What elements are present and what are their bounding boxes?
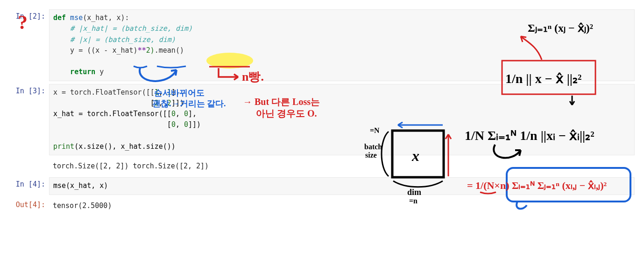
e: ]]) — [188, 120, 201, 129]
fn-mse: mse — [66, 14, 83, 22]
cell-out-3: torch.Size([2, 2]) torch.Size([2, 2]) — [14, 158, 635, 174]
cell-in-2: In [2]: def mse(x_hat, x): # |x_hat| = (… — [14, 9, 635, 81]
kw-return: return — [53, 68, 95, 76]
comment-1: # |x_hat| = (batch_size, dim) — [53, 24, 192, 33]
pow-op: ** — [138, 46, 146, 55]
c: , — [176, 120, 184, 129]
c3l1a: x = torch.FloatTensor([[ — [53, 88, 155, 97]
n: 0 — [184, 120, 188, 129]
c3l4a: [ — [53, 120, 171, 129]
code-area-3[interactable]: x = torch.FloatTensor([[1, 1], [2, 2]]) … — [49, 84, 635, 156]
ret-y: y — [95, 68, 104, 76]
args: (x.size(), x_hat.size()) — [74, 142, 176, 151]
e: ]]) — [171, 99, 184, 107]
prompt-in-4: In [4]: — [14, 177, 49, 195]
prompt-out-4: Out[4]: — [14, 198, 49, 214]
n: 1 — [167, 88, 171, 97]
two: 2) — [146, 46, 155, 55]
c3l3a: x_hat = torch.FloatTensor([[ — [53, 110, 171, 118]
n: 0 — [184, 110, 188, 118]
c3l2a: [ — [53, 99, 155, 107]
prompt-blank-3 — [14, 158, 49, 174]
kw-def: def — [53, 14, 66, 22]
cell-in-3: In [3]: x = torch.FloatTensor([[1, 1], [… — [14, 84, 635, 156]
e: ], — [171, 88, 180, 97]
n: 2 — [155, 99, 159, 107]
code-area-2[interactable]: def mse(x_hat, x): # |x_hat| = (batch_si… — [49, 9, 635, 81]
output-4: tensor(2.5000) — [49, 198, 635, 214]
n: 0 — [171, 110, 176, 118]
code-area-4[interactable]: mse(x_hat, x) — [49, 177, 635, 195]
cell-out-4: Out[4]: tensor(2.5000) — [14, 198, 635, 214]
sig: (x_hat, x): — [83, 14, 129, 22]
n: 2 — [167, 99, 171, 107]
comment-2: # |x| = (batch_size, dim) — [53, 35, 176, 44]
c: , — [159, 88, 167, 97]
n: 1 — [155, 88, 159, 97]
assign: y = ((x - x_hat) — [53, 46, 138, 55]
c: , — [159, 99, 167, 107]
prompt-in-3: In [3]: — [14, 84, 49, 156]
c: , — [176, 110, 184, 118]
e: ], — [188, 110, 197, 118]
print: print — [53, 142, 74, 151]
output-3: torch.Size([2, 2]) torch.Size([2, 2]) — [49, 158, 635, 174]
mean-call: .mean() — [155, 46, 184, 55]
prompt-in-2: In [2]: — [14, 9, 49, 81]
n: 0 — [171, 120, 176, 129]
cell-in-4: In [4]: mse(x_hat, x) — [14, 177, 635, 195]
